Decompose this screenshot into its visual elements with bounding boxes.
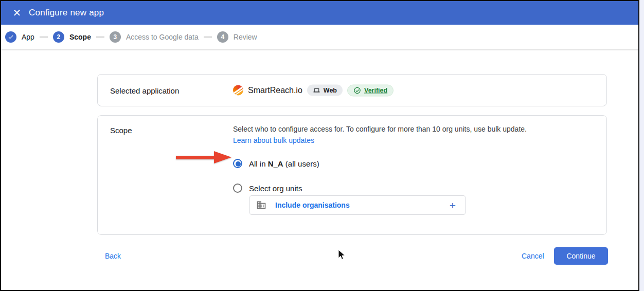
application-name: SmartReach.io — [248, 86, 302, 95]
radio-option-org-units[interactable]: Select org units — [233, 184, 593, 193]
continue-button[interactable]: Continue — [554, 247, 608, 265]
step-1-label: App — [22, 33, 34, 41]
step-separator — [40, 36, 48, 38]
background-strip — [639, 0, 644, 291]
include-organisations-box[interactable]: Include organisations + — [249, 195, 466, 215]
dialog-header: ✕ Configure new app — [1, 1, 638, 25]
step-separator — [96, 36, 104, 38]
mouse-cursor — [338, 249, 346, 261]
step-review: 4 Review — [217, 31, 257, 43]
radio-all-users-label: All in N_A (all users) — [249, 159, 319, 168]
step-4-number: 4 — [217, 31, 228, 43]
close-icon[interactable]: ✕ — [5, 1, 29, 25]
scope-label: Scope — [110, 126, 132, 135]
bulk-updates-link[interactable]: Learn about bulk updates — [233, 135, 314, 145]
include-organisations-label: Include organisations — [275, 201, 450, 209]
organisation-building-icon — [256, 200, 266, 210]
step-access-data: 3 Access to Google data — [110, 31, 199, 43]
step-separator — [204, 36, 212, 38]
step-1-check-icon — [5, 31, 16, 43]
smartreach-logo-icon — [233, 85, 243, 96]
step-3-label: Access to Google data — [126, 33, 199, 41]
platform-badge: Web — [307, 85, 343, 96]
dialog-title: Configure new app — [29, 8, 104, 18]
selected-application-label: Selected application — [110, 86, 179, 95]
step-app[interactable]: App — [5, 31, 34, 43]
radio-button-unselected[interactable] — [233, 184, 242, 193]
step-4-label: Review — [234, 33, 257, 41]
laptop-icon — [313, 87, 320, 94]
back-button[interactable]: Back — [105, 252, 121, 260]
scope-description: Select who to configure access for. To c… — [233, 124, 593, 134]
add-organisation-icon[interactable]: + — [450, 200, 456, 211]
configure-app-dialog: ✕ Configure new app App 2 Scope 3 Access… — [0, 0, 639, 291]
step-2-label: Scope — [69, 33, 91, 41]
selected-application-card: Selected application SmartReach.io Web V… — [97, 74, 607, 106]
verified-badge-label: Verified — [364, 87, 387, 94]
step-2-number: 2 — [53, 31, 64, 43]
verified-check-icon — [353, 86, 361, 94]
step-3-number: 3 — [110, 31, 121, 43]
scope-card: Scope Select who to configure access for… — [97, 115, 607, 235]
application-summary: SmartReach.io Web Verified — [233, 84, 393, 96]
radio-org-units-label: Select org units — [249, 184, 302, 193]
radio-button-selected[interactable] — [233, 159, 242, 168]
radio-option-all-users[interactable]: All in N_A (all users) — [233, 159, 593, 168]
verified-badge[interactable]: Verified — [347, 84, 393, 96]
annotation-arrow — [175, 151, 232, 164]
cancel-button[interactable]: Cancel — [522, 252, 544, 260]
step-scope[interactable]: 2 Scope — [53, 31, 91, 43]
platform-badge-label: Web — [324, 87, 337, 94]
stepper: App 2 Scope 3 Access to Google data 4 Re… — [1, 25, 638, 50]
